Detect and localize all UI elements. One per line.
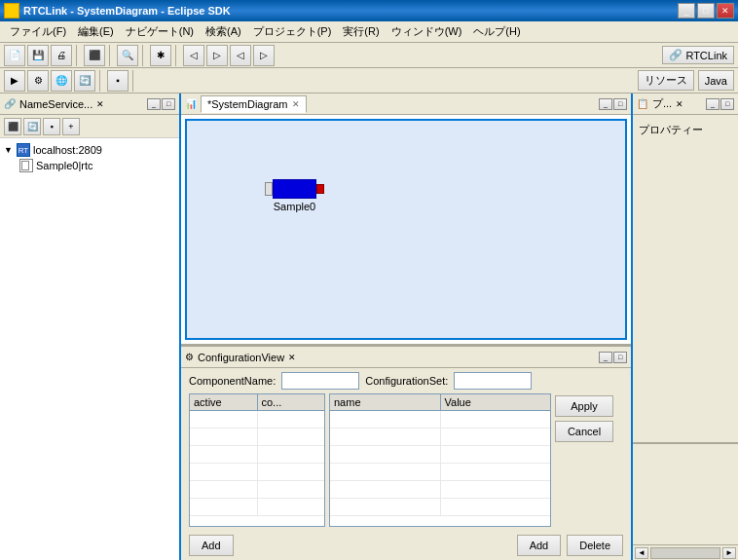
table-row[interactable] [190, 429, 324, 446]
table-row[interactable] [190, 499, 324, 516]
toolbar-print-btn[interactable]: 🖨 [51, 45, 72, 66]
left-panel-max-btn[interactable]: □ [162, 98, 175, 110]
left-tb-btn1[interactable]: ⬛ [4, 118, 21, 135]
table-row[interactable] [190, 446, 324, 464]
java-button[interactable]: Java [698, 70, 734, 91]
right-panel-controls: _ □ [706, 98, 734, 110]
left-panel-controls: _ □ [147, 98, 175, 110]
config-panel-max-btn[interactable]: □ [613, 352, 627, 363]
diagram-tab-label: *SystemDiagram [207, 98, 288, 110]
toolbar-btn7[interactable]: ◁ [183, 45, 204, 66]
delete-button[interactable]: Delete [567, 535, 623, 556]
menu-project[interactable]: プロジェクト(P) [247, 22, 338, 41]
left-panel-min-btn[interactable]: _ [147, 98, 161, 110]
table-row[interactable] [330, 446, 550, 464]
menu-run[interactable]: 実行(R) [337, 22, 385, 41]
config-left-table-rows [190, 411, 324, 526]
name-cell [330, 429, 441, 445]
nameservice-close-icon[interactable]: ✕ [96, 99, 104, 109]
system-diagram-tab[interactable]: *SystemDiagram ✕ [201, 95, 307, 113]
title-bar-left: RTCLink - SystemDiagram - Eclipse SDK [4, 3, 231, 19]
value-cell [441, 446, 551, 463]
toolbar-btn9[interactable]: ◁ [230, 45, 251, 66]
toolbar2-btn4[interactable]: 🔄 [74, 70, 95, 92]
minimize-button[interactable]: _ [678, 3, 695, 19]
menu-search[interactable]: 検索(A) [200, 22, 247, 41]
menu-help[interactable]: ヘルプ(H) [467, 22, 526, 41]
config-tab-bar: ⚙ ConfigurationView ✕ _ □ [181, 347, 631, 368]
toolbar-new-btn[interactable]: 📄 [4, 45, 25, 66]
toolbar-btn8[interactable]: ▷ [206, 45, 228, 66]
toolbar-btn4[interactable]: ⬛ [84, 45, 105, 66]
co-cell [258, 446, 325, 463]
add-left-button[interactable]: Add [189, 535, 234, 556]
app-icon [4, 3, 19, 19]
tree-expand-arrow[interactable]: ▼ [4, 145, 14, 155]
cancel-button[interactable]: Cancel [555, 421, 613, 442]
menu-edit[interactable]: 編集(E) [72, 22, 120, 41]
table-row[interactable] [330, 429, 550, 446]
table-row[interactable] [190, 411, 324, 429]
name-cell [330, 464, 441, 480]
close-button[interactable]: ✕ [717, 3, 734, 19]
config-left-table-header: active co... [190, 394, 324, 411]
toolbar-sep3 [142, 45, 146, 66]
toolbar-save-btn[interactable]: 💾 [27, 45, 49, 66]
right-bottom-area [633, 444, 738, 544]
tree-root-item[interactable]: ▼ RT localhost:2809 [4, 142, 175, 158]
table-row[interactable] [330, 464, 550, 481]
configuration-set-input[interactable] [454, 372, 532, 390]
name-col-header: name [330, 394, 441, 410]
right-panel-max-btn[interactable]: □ [720, 98, 734, 110]
toolbar2-btn5[interactable]: ▪ [107, 70, 129, 92]
nameservice-tab-label[interactable]: NameService... [19, 98, 92, 110]
value-col-header: Value [441, 394, 551, 410]
rtclink-label: RTCLink [685, 50, 727, 61]
configuration-view-tab[interactable]: ConfigurationView ✕ [198, 352, 296, 363]
tree-child-item[interactable]: Sample0|rtc [4, 158, 175, 173]
config-panel-min-btn[interactable]: _ [599, 352, 612, 363]
left-tb-btn4[interactable]: + [62, 118, 80, 135]
scroll-right-btn[interactable]: ► [722, 547, 736, 559]
toolbar-btn6[interactable]: ✱ [150, 45, 171, 66]
resource-button[interactable]: リソース [638, 70, 694, 91]
right-panel-close-icon[interactable]: ✕ [676, 99, 683, 109]
table-row[interactable] [330, 411, 550, 429]
diagram-canvas[interactable]: Sample0 [185, 119, 627, 340]
toolbar-search-btn[interactable]: 🔍 [117, 45, 138, 66]
menu-navigate[interactable]: ナビゲート(N) [120, 22, 200, 41]
toolbar-sep4 [175, 45, 179, 66]
table-row[interactable] [190, 464, 324, 481]
table-row[interactable] [330, 481, 550, 499]
right-panel-tab-label[interactable]: プ... [652, 96, 672, 111]
add-right-button[interactable]: Add [517, 535, 562, 556]
toolbar-btn10[interactable]: ▷ [253, 45, 275, 66]
diagram-panel-max-btn[interactable]: □ [613, 98, 627, 110]
component-name-input[interactable] [281, 372, 359, 390]
rtc-component[interactable]: Sample0 [265, 179, 324, 212]
table-row[interactable] [190, 481, 324, 499]
left-tb-btn3[interactable]: ▪ [43, 118, 60, 135]
config-tab-close-icon[interactable]: ✕ [288, 353, 296, 362]
name-cell [330, 411, 441, 428]
diagram-panel-min-btn[interactable]: _ [599, 98, 612, 110]
tree-root-label: localhost:2809 [33, 144, 102, 156]
menu-file[interactable]: ファイル(F) [4, 22, 72, 41]
menu-window[interactable]: ウィンドウ(W) [386, 22, 468, 41]
toolbar2-btn2[interactable]: ⚙ [27, 70, 49, 92]
right-bottom-scrollbar: ◄ ► [633, 544, 738, 560]
left-tb-btn2[interactable]: 🔄 [23, 118, 41, 135]
maximize-button[interactable]: □ [697, 3, 715, 19]
java-label: Java [705, 75, 727, 87]
scroll-track[interactable] [650, 547, 720, 559]
toolbar2-btn3[interactable]: 🌐 [51, 70, 72, 92]
rtclink-button[interactable]: 🔗 RTCLink [662, 46, 734, 64]
active-cell [190, 411, 258, 428]
table-row[interactable] [330, 499, 550, 516]
apply-button[interactable]: Apply [555, 395, 613, 417]
toolbar2-btn1[interactable]: ▶ [4, 70, 25, 92]
center-area: 📊 *SystemDiagram ✕ _ □ [181, 93, 633, 560]
scroll-left-btn[interactable]: ◄ [635, 547, 648, 559]
right-panel-min-btn[interactable]: _ [706, 98, 720, 110]
diagram-tab-close-icon[interactable]: ✕ [292, 99, 300, 109]
